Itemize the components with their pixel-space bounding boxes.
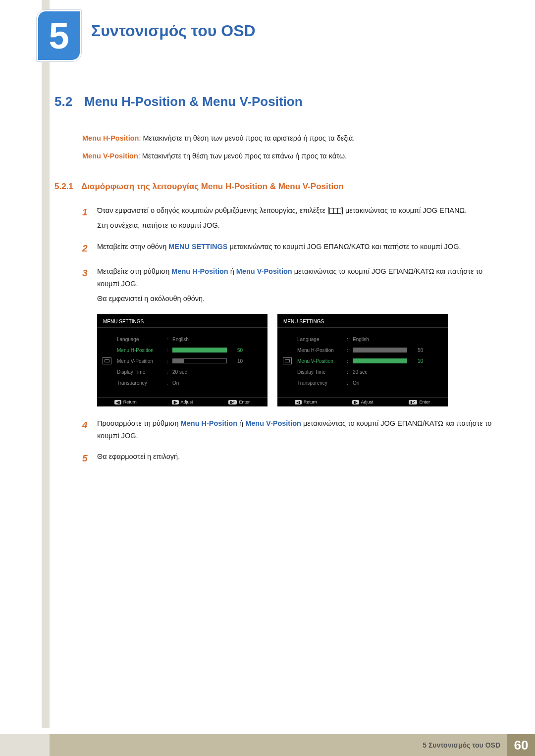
step3-v: Menu V-Position xyxy=(236,267,292,275)
osd-slider xyxy=(353,348,407,353)
step-body: Προσαρμόστε τη ρύθμιση Menu H-Position ή… xyxy=(97,417,500,442)
definition-h-text: : Μετακινήστε τη θέση των μενού προς τα … xyxy=(139,134,355,142)
step-number: 3 xyxy=(82,265,97,305)
chapter-title: Συντονισμός του OSD xyxy=(91,22,256,40)
osd-slider-fill xyxy=(353,348,407,352)
osd-return: ◂▮Return xyxy=(277,400,334,404)
osd-position-icon xyxy=(283,357,292,364)
section-heading: 5.2Menu H-Position & Menu V-Position xyxy=(54,94,500,109)
term-v-position: Menu V-Position xyxy=(82,152,138,160)
step-body: Μεταβείτε στην οθόνη MENU SETTINGS μετακ… xyxy=(97,241,500,256)
enter-key-icon: ▮✔ xyxy=(409,400,417,404)
osd-side-icons xyxy=(277,328,297,397)
term-h-position: Menu H-Position xyxy=(82,134,139,142)
osd-panel-v: MENU SETTINGS Language : English Menu H-… xyxy=(277,314,448,406)
osd-slider xyxy=(172,358,227,363)
step-5: 5 Θα εφαρμοστεί η επιλογή. xyxy=(82,451,500,466)
osd-screenshots: MENU SETTINGS Language : English Menu H-… xyxy=(97,314,500,406)
footer-bar: 5 Συντονισμός του OSD 60 xyxy=(0,734,535,756)
step-4: 4 Προσαρμόστε τη ρύθμιση Menu H-Position… xyxy=(82,417,500,442)
step1-text-a: Όταν εμφανιστεί ο οδηγός κουμπιών ρυθμιζ… xyxy=(97,206,329,214)
osd-value: 20 sec xyxy=(172,369,187,375)
step1-text-c: Στη συνέχεια, πατήστε το κουμπί JOG. xyxy=(97,219,500,232)
subsection-number: 5.2.1 xyxy=(54,182,81,192)
osd-panel-h: MENU SETTINGS Language : English Menu H-… xyxy=(97,314,268,406)
menu-grid-icon xyxy=(329,208,341,214)
osd-slider-fill xyxy=(173,348,226,352)
osd-row-transparency: Transparency : On xyxy=(297,377,442,388)
osd-slider-fill xyxy=(173,359,184,363)
step-number: 1 xyxy=(82,204,97,232)
adjust-key-icon: ▮▸ xyxy=(172,400,179,404)
osd-value: 50 xyxy=(411,348,423,353)
osd-label: Language xyxy=(117,337,166,342)
osd-enter: ▮✔Enter xyxy=(211,400,268,404)
steps-list: 1 Όταν εμφανιστεί ο οδηγός κουμπιών ρυθμ… xyxy=(82,204,500,467)
chapter-tab: 5 Συντονισμός του OSD xyxy=(37,10,256,61)
osd-value: On xyxy=(172,380,179,386)
osd-label: Transparency xyxy=(297,380,347,386)
section-number: 5.2 xyxy=(54,94,84,109)
osd-row-display-time: Display Time : 20 sec xyxy=(297,366,442,377)
step2-text-b: μετακινώντας το κουμπί JOG ΕΠΑΝΩ/ΚΑΤΩ κα… xyxy=(227,243,461,251)
osd-enter: ▮✔Enter xyxy=(391,400,448,404)
osd-slider xyxy=(353,358,407,363)
osd-adjust: ▮▸Adjust xyxy=(334,400,391,404)
side-stripe xyxy=(42,0,50,728)
osd-label: Display Time xyxy=(297,369,347,375)
osd-label: Transparency xyxy=(117,380,166,386)
step4-or: ή xyxy=(237,419,245,427)
definition-v-position: Menu V-Position: Μετακινήστε τη θέση των… xyxy=(82,151,500,162)
step-body: Θα εφαρμοστεί η επιλογή. xyxy=(97,451,500,466)
step-number: 4 xyxy=(82,417,97,442)
osd-value: English xyxy=(353,337,369,342)
content-area: 5.2Menu H-Position & Menu V-Position Men… xyxy=(54,94,500,476)
step-3: 3 Μεταβείτε στη ρύθμιση Menu H-Position … xyxy=(82,265,500,305)
subsection-heading: 5.2.1Διαμόρφωση της λειτουργίας Menu H-P… xyxy=(54,182,500,192)
osd-value: 50 xyxy=(231,348,243,353)
osd-row-hpos: Menu H-Position : 50 xyxy=(297,345,442,355)
subsection-title: Διαμόρφωση της λειτουργίας Menu H-Positi… xyxy=(81,182,344,191)
osd-label: Menu V-Position xyxy=(297,358,347,364)
step-body: Μεταβείτε στη ρύθμιση Menu H-Position ή … xyxy=(97,265,500,305)
step5-text: Θα εφαρμοστεί η επιλογή. xyxy=(97,453,180,460)
osd-title: MENU SETTINGS xyxy=(277,318,448,328)
osd-row-vpos: Menu V-Position : 10 xyxy=(117,355,262,366)
osd-label: Menu H-Position xyxy=(297,348,347,353)
osd-side-icons xyxy=(97,328,117,397)
osd-footer: ◂▮Return ▮▸Adjust ▮✔Enter xyxy=(97,397,268,406)
step-1: 1 Όταν εμφανιστεί ο οδηγός κουμπιών ρυθμ… xyxy=(82,204,500,232)
osd-value: On xyxy=(353,380,359,386)
step-number: 2 xyxy=(82,241,97,256)
definition-h-position: Menu H-Position: Μετακινήστε τη θέση των… xyxy=(82,133,500,144)
step-2: 2 Μεταβείτε στην οθόνη MENU SETTINGS μετ… xyxy=(82,241,500,256)
adjust-key-icon: ▮▸ xyxy=(352,400,359,404)
step3-or: ή xyxy=(228,267,236,275)
osd-value: 10 xyxy=(231,358,243,364)
osd-slider xyxy=(172,348,227,353)
step4-text-a: Προσαρμόστε τη ρύθμιση xyxy=(97,419,181,427)
osd-footer: ◂▮Return ▮▸Adjust ▮✔Enter xyxy=(277,397,448,406)
step2-text-a: Μεταβείτε στην οθόνη xyxy=(97,243,168,251)
step3-text-c: Θα εμφανιστεί η ακόλουθη οθόνη. xyxy=(97,293,500,305)
osd-label: Language xyxy=(297,337,347,342)
footer-stripe xyxy=(0,734,50,756)
osd-row-display-time: Display Time : 20 sec xyxy=(117,366,262,377)
osd-value: 20 sec xyxy=(353,369,367,375)
osd-row-language: Language : English xyxy=(117,334,262,345)
page-number: 60 xyxy=(507,734,535,756)
return-key-icon: ◂▮ xyxy=(295,400,302,404)
chapter-number: 5 xyxy=(49,15,69,57)
osd-position-icon xyxy=(103,357,111,364)
osd-row-language: Language : English xyxy=(297,334,442,345)
step2-strong: MENU SETTINGS xyxy=(168,243,227,251)
step-body: Όταν εμφανιστεί ο οδηγός κουμπιών ρυθμιζ… xyxy=(97,204,500,232)
osd-return: ◂▮Return xyxy=(97,400,154,404)
osd-row-transparency: Transparency : On xyxy=(117,377,262,388)
osd-adjust: ▮▸Adjust xyxy=(154,400,211,404)
enter-key-icon: ▮✔ xyxy=(228,400,237,404)
osd-slider-fill xyxy=(353,359,407,363)
step3-h: Menu H-Position xyxy=(171,267,228,275)
footer-text: 5 Συντονισμός του OSD xyxy=(50,734,507,756)
osd-value: 10 xyxy=(411,358,423,364)
